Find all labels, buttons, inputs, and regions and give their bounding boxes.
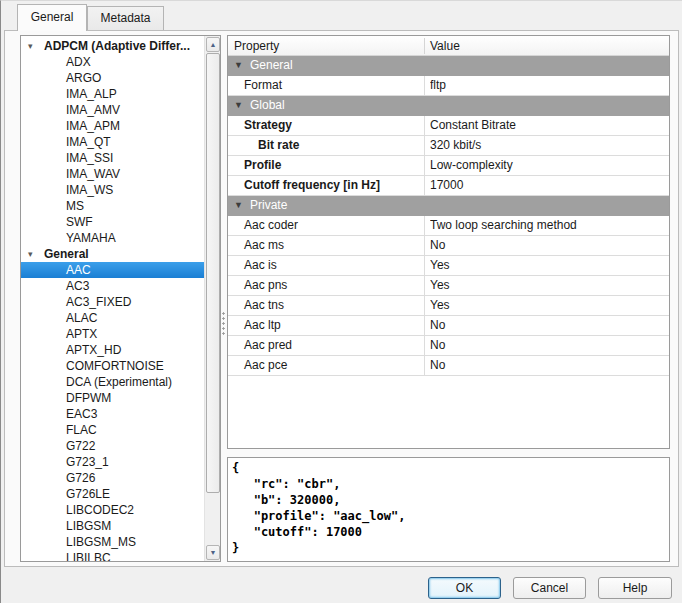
ok-button[interactable]: OK xyxy=(428,577,501,599)
tree-item-aac[interactable]: AAC xyxy=(21,262,205,278)
group-row-general[interactable]: ▼General xyxy=(228,56,669,76)
table-row-aac-ltp[interactable]: Aac ltpNo xyxy=(228,316,669,336)
tree-item-label: COMFORTNOISE xyxy=(66,358,164,374)
column-divider xyxy=(424,316,425,335)
group-collapse-icon[interactable]: ▼ xyxy=(234,56,243,75)
value-cell[interactable]: No xyxy=(430,236,667,255)
tree-item-flac[interactable]: FLAC xyxy=(21,422,205,438)
tree-expand-icon[interactable]: ▾ xyxy=(28,246,40,262)
value-cell[interactable]: fltp xyxy=(430,76,667,95)
property-cell: Aac ltp xyxy=(228,316,424,335)
tree-item-label: IMA_AMV xyxy=(66,102,120,118)
tree-item-g726[interactable]: G726 xyxy=(21,470,205,486)
scroll-up-icon[interactable]: ▲ xyxy=(206,37,220,52)
tree-item-ima-qt[interactable]: IMA_QT xyxy=(21,134,205,150)
tree-item-libilbc[interactable]: LIBILBC xyxy=(21,550,205,561)
column-divider xyxy=(424,176,425,195)
tree-item-general[interactable]: ▾General xyxy=(21,246,205,262)
group-collapse-icon[interactable]: ▼ xyxy=(234,96,243,115)
tree-item-label: G726 xyxy=(66,470,95,486)
tree-item-dca-experimental[interactable]: DCA (Experimental) xyxy=(21,374,205,390)
tree-item-ms[interactable]: MS xyxy=(21,198,205,214)
tree-item-ima-wav[interactable]: IMA_WAV xyxy=(21,166,205,182)
tree-item-ac3[interactable]: AC3 xyxy=(21,278,205,294)
tree-item-ima-alp[interactable]: IMA_ALP xyxy=(21,86,205,102)
table-row-format[interactable]: Formatfltp xyxy=(228,76,669,96)
tree-item-label: IMA_WAV xyxy=(66,166,120,182)
tree-item-libgsm[interactable]: LIBGSM xyxy=(21,518,205,534)
value-cell[interactable]: No xyxy=(430,336,667,355)
table-row-aac-tns[interactable]: Aac tnsYes xyxy=(228,296,669,316)
vertical-splitter-handle[interactable] xyxy=(222,311,225,337)
tree-item-alac[interactable]: ALAC xyxy=(21,310,205,326)
tree-item-label: APTX_HD xyxy=(66,342,121,358)
codec-tree-scrollbar[interactable]: ▲ ▼ xyxy=(204,36,220,561)
tree-item-ima-ssi[interactable]: IMA_SSI xyxy=(21,150,205,166)
value-cell[interactable]: Yes xyxy=(430,256,667,275)
tree-item-argo[interactable]: ARGO xyxy=(21,70,205,86)
tree-item-label: LIBCODEC2 xyxy=(66,502,134,518)
table-row-aac-pce[interactable]: Aac pceNo xyxy=(228,356,669,376)
group-row-label: Private xyxy=(250,196,287,215)
group-row-private[interactable]: ▼Private xyxy=(228,196,669,216)
tree-item-g722[interactable]: G722 xyxy=(21,438,205,454)
tab-general[interactable]: General xyxy=(17,4,87,31)
tree-item-comfortnoise[interactable]: COMFORTNOISE xyxy=(21,358,205,374)
tree-item-ima-apm[interactable]: IMA_APM xyxy=(21,118,205,134)
group-collapse-icon[interactable]: ▼ xyxy=(234,196,243,215)
value-cell[interactable]: Yes xyxy=(430,296,667,315)
tree-item-label: SWF xyxy=(66,214,93,230)
tree-expand-icon[interactable]: ▾ xyxy=(28,38,40,54)
tree-item-ima-ws[interactable]: IMA_WS xyxy=(21,182,205,198)
tree-item-yamaha[interactable]: YAMAHA xyxy=(21,230,205,246)
table-row-aac-is[interactable]: Aac isYes xyxy=(228,256,669,276)
tree-item-libcodec2[interactable]: LIBCODEC2 xyxy=(21,502,205,518)
tree-item-g726le[interactable]: G726LE xyxy=(21,486,205,502)
tab-metadata[interactable]: Metadata xyxy=(87,6,164,30)
tree-item-dfpwm[interactable]: DFPWM xyxy=(21,390,205,406)
table-row-bit-rate[interactable]: Bit rate320 kbit/s xyxy=(228,136,669,156)
tree-item-label: IMA_APM xyxy=(66,118,120,134)
property-cell: Format xyxy=(228,76,424,95)
value-cell[interactable]: No xyxy=(430,356,667,375)
codec-tree: ▾ADPCM (Adaptive Differ...ADXARGOIMA_ALP… xyxy=(20,35,221,562)
tree-item-ima-amv[interactable]: IMA_AMV xyxy=(21,102,205,118)
value-cell[interactable]: 320 kbit/s xyxy=(430,136,667,155)
tree-item-label: MS xyxy=(66,198,84,214)
help-button-label: Help xyxy=(623,581,648,595)
value-cell[interactable]: Low-complexity xyxy=(430,156,667,175)
table-row-aac-pns[interactable]: Aac pnsYes xyxy=(228,276,669,296)
value-cell[interactable]: Yes xyxy=(430,276,667,295)
table-row-strategy[interactable]: StrategyConstant Bitrate xyxy=(228,116,669,136)
tree-item-g723-1[interactable]: G723_1 xyxy=(21,454,205,470)
table-row-aac-coder[interactable]: Aac coderTwo loop searching method xyxy=(228,216,669,236)
help-button[interactable]: Help xyxy=(598,577,672,599)
property-cell: Bit rate xyxy=(228,136,424,155)
cancel-button-label: Cancel xyxy=(531,581,568,595)
header-column-divider xyxy=(424,38,425,54)
value-cell[interactable]: No xyxy=(430,316,667,335)
tree-item-aptx[interactable]: APTX xyxy=(21,326,205,342)
tree-item-adx[interactable]: ADX xyxy=(21,54,205,70)
tree-item-libgsm-ms[interactable]: LIBGSM_MS xyxy=(21,534,205,550)
tree-item-swf[interactable]: SWF xyxy=(21,214,205,230)
scrollbar-thumb[interactable] xyxy=(206,53,220,493)
table-row-aac-pred[interactable]: Aac predNo xyxy=(228,336,669,356)
group-row-label: General xyxy=(250,56,293,75)
group-row-global[interactable]: ▼Global xyxy=(228,96,669,116)
table-row-profile[interactable]: ProfileLow-complexity xyxy=(228,156,669,176)
value-cell[interactable]: Constant Bitrate xyxy=(430,116,667,135)
ffmpeg-options-json-preview[interactable]: { "rc": "cbr", "b": 320000, "profile": "… xyxy=(227,457,670,562)
cancel-button[interactable]: Cancel xyxy=(513,577,586,599)
tree-item-label: LIBILBC xyxy=(66,550,111,561)
tree-item-aptx-hd[interactable]: APTX_HD xyxy=(21,342,205,358)
tree-item-label: AC3 xyxy=(66,278,89,294)
table-row-cutoff-frequency-in-hz[interactable]: Cutoff frequency [in Hz]17000 xyxy=(228,176,669,196)
scroll-down-icon[interactable]: ▼ xyxy=(206,545,220,560)
tree-item-adpcm-adaptive-differ[interactable]: ▾ADPCM (Adaptive Differ... xyxy=(21,38,205,54)
value-cell[interactable]: Two loop searching method xyxy=(430,216,667,235)
tree-item-ac3-fixed[interactable]: AC3_FIXED xyxy=(21,294,205,310)
table-row-aac-ms[interactable]: Aac msNo xyxy=(228,236,669,256)
tree-item-eac3[interactable]: EAC3 xyxy=(21,406,205,422)
value-cell[interactable]: 17000 xyxy=(430,176,667,195)
